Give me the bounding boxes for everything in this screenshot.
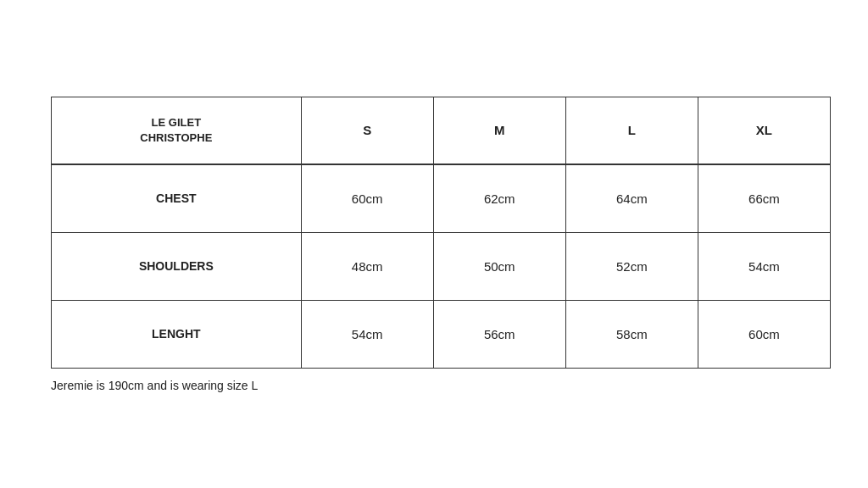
shoulders-label: SHOULDERS: [52, 232, 302, 300]
chest-m-value: 62cm: [433, 164, 565, 232]
shoulders-xl-value: 54cm: [698, 232, 830, 300]
length-row: LENGHT 54cm 56cm 58cm 60cm: [52, 300, 831, 368]
chest-l-value: 64cm: [565, 164, 698, 232]
chest-s-value: 60cm: [301, 164, 433, 232]
length-m-value: 56cm: [433, 300, 565, 368]
length-l-value: 58cm: [565, 300, 698, 368]
shoulders-s-value: 48cm: [301, 232, 433, 300]
size-xl-header: XL: [698, 97, 830, 164]
size-table: LE GILETCHRISTOPHE S M L XL CHEST 60cm 6…: [51, 97, 831, 369]
page-container: LE GILETCHRISTOPHE S M L XL CHEST 60cm 6…: [0, 0, 868, 488]
length-s-value: 54cm: [301, 300, 433, 368]
length-label: LENGHT: [52, 300, 302, 368]
shoulders-l-value: 52cm: [565, 232, 698, 300]
chest-xl-value: 66cm: [698, 164, 830, 232]
chest-label: CHEST: [52, 164, 302, 232]
product-name-header: LE GILETCHRISTOPHE: [52, 97, 302, 164]
size-m-header: M: [433, 97, 565, 164]
size-l-header: L: [565, 97, 698, 164]
shoulders-row: SHOULDERS 48cm 50cm 52cm 54cm: [52, 232, 831, 300]
chest-row: CHEST 60cm 62cm 64cm 66cm: [52, 164, 831, 232]
length-xl-value: 60cm: [698, 300, 830, 368]
shoulders-m-value: 50cm: [433, 232, 565, 300]
size-s-header: S: [301, 97, 433, 164]
footnote: Jeremie is 190cm and is wearing size L: [51, 379, 258, 392]
